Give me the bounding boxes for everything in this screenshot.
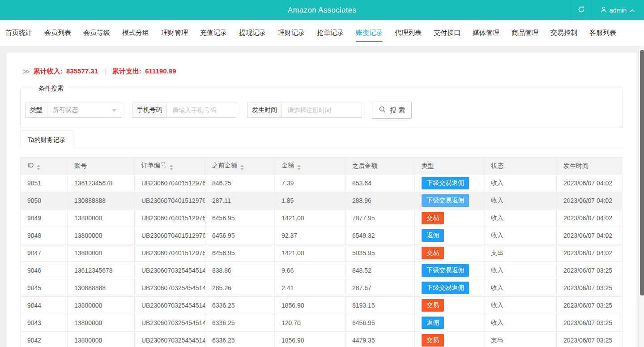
cell-order-number: UB2306070401512976: [135, 244, 205, 262]
cell-before-amount: 6456.95: [205, 210, 275, 227]
refresh-button[interactable]: [571, 0, 592, 20]
type-badge[interactable]: 返佣: [422, 317, 444, 329]
main-nav: 首页统计会员列表会员等级模式分组理财管理充值记录提现记录理财记录抢单记录账变记录…: [0, 20, 644, 46]
column-header[interactable]: 金额: [275, 158, 345, 175]
cell-id: 9044: [21, 297, 68, 314]
nav-item-5[interactable]: 理财管理: [161, 20, 188, 46]
cell-order-number: UB2306070401512976: [135, 210, 205, 227]
cell-status: 收入: [484, 279, 557, 297]
nav-item-14[interactable]: 商品管理: [512, 20, 538, 46]
cell-before-amount: 6456.95: [205, 244, 275, 262]
cell-status: 支出: [484, 244, 557, 262]
nav-item-15[interactable]: 交易控制: [550, 20, 577, 46]
nav-item-13[interactable]: 媒体管理: [473, 20, 499, 46]
user-menu[interactable]: admin: [592, 0, 644, 20]
scrollbar-thumb[interactable]: [640, 50, 644, 296]
scrollbar: [638, 46, 644, 347]
stats-separator: |: [102, 68, 109, 75]
type-select-value: 所有状态: [53, 106, 78, 114]
nav-item-3[interactable]: 会员等级: [83, 20, 110, 46]
nav-item-7[interactable]: 提现记录: [239, 20, 266, 46]
records-table: ID账号订单编号之前金额金额之后金额类型状态发生时间 9051136123456…: [20, 157, 623, 347]
table-row: 904813800000UB23060704015129766456.9592.…: [21, 227, 623, 244]
type-label: 类型: [25, 103, 47, 118]
sort-icon[interactable]: [297, 165, 301, 170]
table-row: 9045130888888UB2306070325454514285.262.4…: [21, 279, 623, 297]
cell-status: 收入: [484, 192, 557, 210]
cell-after-amount: 5035.95: [345, 244, 415, 262]
cell-amount: 1421.00: [275, 244, 345, 262]
cell-after-amount: 6456.95: [345, 314, 415, 332]
type-select[interactable]: 所有状态: [47, 103, 122, 118]
cell-after-amount: 288.96: [345, 192, 415, 210]
column-header[interactable]: 订单编号: [135, 158, 205, 175]
nav-item-10-active[interactable]: 账变记录: [356, 20, 383, 46]
table-row: 904613612345678UB2306070325454514838.869…: [21, 262, 623, 279]
cell-type: 交易: [415, 210, 484, 227]
nav-item-8[interactable]: 理财记录: [278, 20, 305, 46]
sort-icon[interactable]: [37, 165, 40, 170]
cell-order-number: UB2306070325454514: [135, 297, 205, 314]
cell-before-amount: 6336.25: [205, 297, 275, 314]
nav-item-1[interactable]: 首页统计: [5, 20, 32, 46]
cell-account: 130888888: [68, 279, 135, 297]
total-expense: 累计支出: 611190.99: [112, 67, 176, 76]
sort-icon[interactable]: [170, 165, 173, 170]
phone-input[interactable]: [166, 103, 237, 118]
column-header[interactable]: ID: [21, 158, 68, 175]
tab-bar: Ta的财务记录: [20, 130, 623, 148]
cell-id: 9048: [21, 227, 68, 244]
column-header[interactable]: 之前金额: [205, 158, 275, 175]
cell-type: 返佣: [415, 314, 484, 332]
cell-time: 2023/06/07 04:02: [557, 192, 623, 210]
nav-item-12[interactable]: 支付接口: [434, 20, 461, 46]
type-badge[interactable]: 交易: [422, 334, 444, 347]
type-badge[interactable]: 交易: [422, 212, 444, 224]
cell-type: 下级交易返佣: [415, 192, 484, 210]
nav-item-11[interactable]: 代理列表: [395, 20, 422, 46]
cell-time: 2023/06/07 04:02: [557, 227, 623, 244]
cell-account: 13800000: [68, 227, 135, 244]
type-badge[interactable]: 下级交易返佣: [422, 177, 469, 189]
cell-after-amount: 848.52: [345, 262, 415, 279]
cell-id: 9049: [21, 210, 68, 227]
type-badge[interactable]: 下级交易返佣: [422, 282, 469, 294]
type-badge[interactable]: 交易: [422, 299, 444, 312]
total-expense-value: 611190.99: [145, 67, 176, 75]
type-badge[interactable]: 下级交易返佣: [422, 194, 469, 207]
cell-amount: 7.39: [275, 175, 345, 192]
cell-amount: 1856.90: [275, 332, 345, 347]
nav-item-16[interactable]: 客服列表: [589, 20, 616, 46]
type-badge[interactable]: 下级交易返佣: [422, 264, 469, 277]
cell-time: 2023/06/07 04:02: [557, 175, 623, 192]
table-row: 9050130888888UB2306070401512976287.111.8…: [21, 192, 623, 210]
nav-item-6[interactable]: 充值记录: [200, 20, 227, 46]
cell-order-number: UB2306070401512976: [135, 227, 205, 244]
cell-account: 13612345678: [68, 175, 135, 192]
cell-amount: 1856.90: [275, 297, 345, 314]
cell-order-number: UB2306070325454514: [135, 314, 205, 332]
cell-order-number: UB2306070325454514: [135, 332, 205, 347]
time-input[interactable]: [281, 103, 362, 118]
search-button[interactable]: 搜 索: [372, 102, 412, 119]
time-label: 发生时间: [247, 103, 281, 118]
table-row: 904713800000UB23060704015129766456.95142…: [21, 244, 623, 262]
cell-time: 2023/06/07 03:25: [557, 279, 623, 297]
nav-item-9[interactable]: 抢单记录: [317, 20, 344, 46]
cell-time: 2023/06/07 03:25: [557, 297, 623, 314]
sort-icon[interactable]: [240, 165, 244, 170]
page-body: ≫ 累计收入: 835577.31 | 累计支出: 611190.99 条件搜索…: [0, 46, 644, 347]
cell-id: 9043: [21, 314, 68, 332]
type-badge[interactable]: 交易: [422, 247, 444, 259]
nav-item-2[interactable]: 会员列表: [44, 20, 71, 46]
tab-financial-records[interactable]: Ta的财务记录: [20, 130, 73, 149]
cell-after-amount: 4479.35: [345, 332, 415, 347]
cell-order-number: UB2306070325454514: [135, 262, 205, 279]
app-title: Amazon Associates: [288, 6, 356, 15]
cell-status: 收入: [484, 227, 557, 244]
nav-item-4[interactable]: 模式分组: [122, 20, 149, 46]
cell-id: 9046: [21, 262, 68, 279]
cell-before-amount: 285.26: [205, 279, 275, 297]
cell-amount: 1421.00: [275, 210, 345, 227]
type-badge[interactable]: 返佣: [422, 229, 444, 242]
